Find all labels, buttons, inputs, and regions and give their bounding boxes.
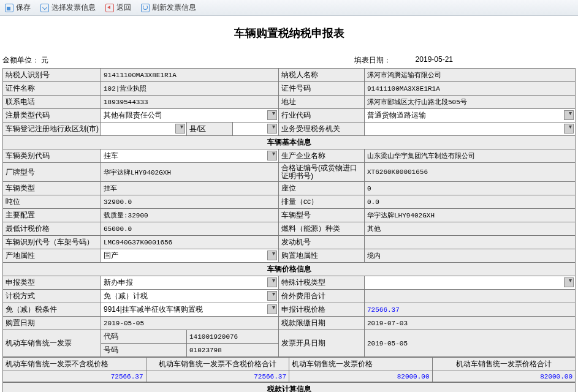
invoice-no-label: 号码 xyxy=(101,344,187,357)
config-value: 载质量:32900 xyxy=(101,209,279,222)
purchase-date-value: 2019-05-05 xyxy=(101,317,279,330)
origin-label: 产地属性 xyxy=(3,249,101,263)
refresh-icon xyxy=(141,4,150,12)
address-value: 漯河市郾城区太行山路北段505号 xyxy=(365,96,576,109)
taxpayer-name-label: 纳税人名称 xyxy=(279,69,365,82)
origin-input[interactable]: 国产 xyxy=(101,249,279,263)
special-tax-label: 特殊计税类型 xyxy=(279,276,365,290)
purchase-loc-label: 购置地属性 xyxy=(279,249,365,263)
manufacturer-value: 山东梁山华宇集团汽车制造有限公司 xyxy=(365,149,576,163)
invoice-date-label: 发票开具日期 xyxy=(279,330,365,357)
fuel-type-label: 燃料（能源）种类 xyxy=(279,222,365,236)
back-button[interactable]: 返回 xyxy=(105,2,131,13)
special-tax-input[interactable] xyxy=(365,276,576,290)
industry-input[interactable]: 普通货物道路运输 xyxy=(365,109,576,123)
inv-price-value: 82000.00 xyxy=(289,371,433,382)
price-section-header: 车辆价格信息 xyxy=(3,263,576,276)
cert-name-value: 102|营业执照 xyxy=(101,82,279,96)
cert-no-label: 证件号码 xyxy=(279,82,365,96)
save-button[interactable]: 保存 xyxy=(5,2,31,13)
taxpayer-id-label: 纳税人识别号 xyxy=(3,69,101,82)
address-label: 地址 xyxy=(279,96,365,109)
save-label: 保存 xyxy=(16,2,31,13)
vin-label: 车辆识别代号（车架号码） xyxy=(3,236,101,249)
declare-type-input[interactable]: 新办申报 xyxy=(101,276,279,290)
unit-value: 元 xyxy=(41,56,48,64)
min-tax-price-label: 最低计税价格 xyxy=(3,222,101,236)
veh-cat-label: 车辆类别代码 xyxy=(3,149,101,163)
fuel-type-value: 其他 xyxy=(365,222,576,236)
veh-model-label: 车辆型号 xyxy=(279,209,365,222)
veh-cat-input[interactable]: 挂车 xyxy=(101,149,279,163)
displacement-value: 0.0 xyxy=(365,195,576,209)
reg-type-label: 注册类型代码 xyxy=(3,109,101,123)
engine-no-label: 发动机号 xyxy=(279,236,365,249)
tonnage-label: 吨位 xyxy=(3,195,101,209)
tax-due-date-value: 2019-07-03 xyxy=(365,317,576,330)
toolbar: 保存 选择发票信息 返回 刷新发票信息 xyxy=(0,0,578,16)
taxpayer-table: 纳税人识别号91411100MA3X8E1R1A纳税人名称漯河市鸿腾运输有限公司… xyxy=(2,68,576,357)
veh-type-value: 挂车 xyxy=(101,182,279,195)
save-icon xyxy=(5,4,13,12)
tax-method-input[interactable]: 免（减）计税 xyxy=(101,290,279,303)
invoice-date-value: 2019-05-05 xyxy=(365,330,576,357)
back-label: 返回 xyxy=(116,2,131,13)
seats-label: 座位 xyxy=(279,182,365,195)
select-invoice-button[interactable]: 选择发票信息 xyxy=(40,2,96,13)
inv-price-total-value: 82000.00 xyxy=(432,371,576,382)
inv-notax-label: 机动车销售统一发票不含税价格 xyxy=(3,358,146,371)
declare-price-value: 72566.37 xyxy=(365,303,576,317)
page-title: 车辆购置税纳税申报表 xyxy=(2,16,576,55)
inv-notax-value: 72566.37 xyxy=(3,371,146,382)
purchase-date-label: 购置日期 xyxy=(3,317,101,330)
invoice-code-value: 141001920076 xyxy=(187,330,279,344)
tax-office-input[interactable] xyxy=(365,123,576,136)
manufacturer-label: 生产企业名称 xyxy=(279,149,365,163)
vin-value: LMC940G37K0001656 xyxy=(101,236,279,249)
date-label: 填表日期： xyxy=(354,55,391,66)
veh-type-label: 车辆类型 xyxy=(3,182,101,195)
engine-no-value xyxy=(365,236,576,249)
declare-price-label: 申报计税价格 xyxy=(279,303,365,317)
tax-due-date-label: 税款限缴日期 xyxy=(279,317,365,330)
brand-model-label: 厂牌型号 xyxy=(3,163,101,182)
displacement-label: 排量（cc） xyxy=(279,195,365,209)
select-icon xyxy=(40,4,49,12)
inv-price-label: 机动车销售统一发票价格 xyxy=(289,358,433,371)
seats-value: 0 xyxy=(365,182,576,195)
county-input[interactable] xyxy=(233,123,279,136)
tax-section-header: 税款计算信息 xyxy=(3,383,576,392)
cert-no2-value: XT6260K00001656 xyxy=(365,163,576,182)
brand-model-value: 华宇达牌LHY9402GXH xyxy=(101,163,279,182)
unit-label: 金额单位： xyxy=(2,56,39,64)
phone-value: 18939544333 xyxy=(101,96,279,109)
extra-fee-value xyxy=(365,290,576,303)
refresh-label: 刷新发票信息 xyxy=(152,2,196,13)
invoice-code-label: 代码 xyxy=(101,330,187,344)
select-label: 选择发票信息 xyxy=(51,2,96,13)
reg-type-input[interactable]: 其他有限责任公司 xyxy=(101,109,279,123)
purchase-loc-value: 境内 xyxy=(365,249,576,263)
reg-city-input[interactable] xyxy=(101,123,187,136)
cert-no-value: 91411100MA3X8E1R1A xyxy=(365,82,576,96)
cert-name-label: 证件名称 xyxy=(3,82,101,96)
config-label: 主要配置 xyxy=(3,209,101,222)
cert-no2-label: 合格证编号(或货物进口证明书号) xyxy=(279,163,365,182)
taxpayer-name-value: 漯河市鸿腾运输有限公司 xyxy=(365,69,576,82)
tax-office-label: 业务受理税务机关 xyxy=(279,123,365,136)
tax-calc-table: 税款计算信息 计税价格税率应纳税额免（减）税额已缴税额实纳税额滞纳金金额 725… xyxy=(2,382,576,392)
county-label: 县/区 xyxy=(187,123,233,136)
refresh-button[interactable]: 刷新发票信息 xyxy=(141,2,196,13)
min-tax-price-value: 65000.0 xyxy=(101,222,279,236)
invoice-label: 机动车销售统一发票 xyxy=(3,330,101,357)
inv-notax-total-label: 机动车销售统一发票不含税价格合计 xyxy=(146,358,289,371)
declare-type-label: 申报类型 xyxy=(3,276,101,290)
phone-label: 联系电话 xyxy=(3,96,101,109)
exempt-cond-input[interactable]: 9914|挂车减半征收车辆购置税 xyxy=(101,303,279,317)
date-value: 2019-05-21 xyxy=(416,55,453,66)
veh-model-value: 华宇达牌LHY9402GXH xyxy=(365,209,576,222)
reg-city-label: 车辆登记注册地行政区划(市) xyxy=(3,123,101,136)
vehicle-section-header: 车辆基本信息 xyxy=(3,136,576,149)
tonnage-value: 32900.0 xyxy=(101,195,279,209)
back-icon xyxy=(105,4,114,12)
